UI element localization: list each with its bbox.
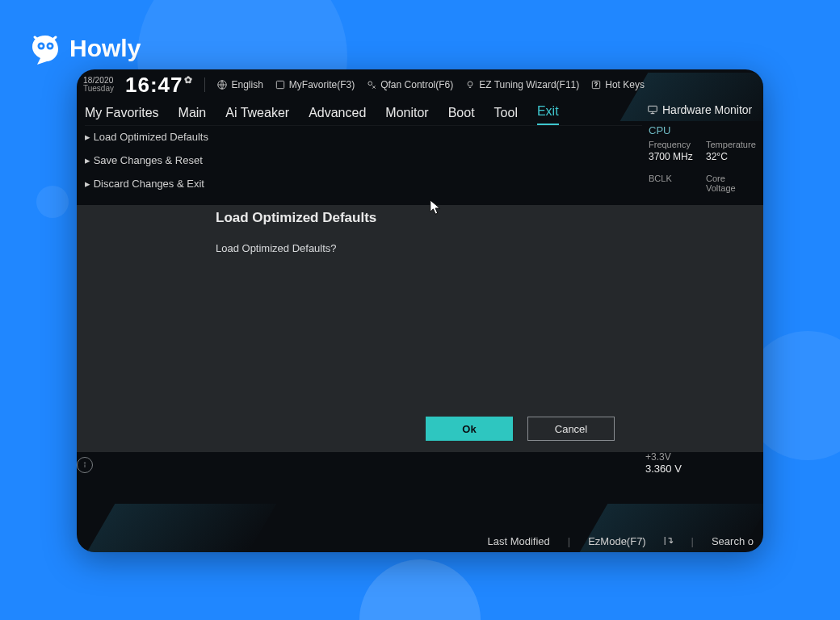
tab-aitweaker[interactable]: Ai Tweaker: [225, 106, 289, 125]
hwmon-bclk-label: BCLK: [649, 174, 699, 193]
eztuning-label: EZ Tuning Wizard(F11): [479, 79, 579, 90]
tab-advanced[interactable]: Advanced: [309, 106, 366, 125]
language-label: English: [231, 79, 262, 90]
footer-lastmod[interactable]: Last Modified: [487, 535, 549, 547]
hwmon-temp-value: 32°C: [706, 151, 757, 162]
separator: [204, 78, 205, 92]
tab-monitor[interactable]: Monitor: [385, 106, 428, 125]
exit-item-load-defaults[interactable]: Load Optimized Defaults: [85, 131, 569, 143]
exit-menu: Load Optimized Defaults Save Changes & R…: [85, 131, 569, 190]
hwmon-temp-label: Temperature: [706, 140, 757, 149]
eztuning-button[interactable]: EZ Tuning Wizard(F11): [464, 79, 579, 90]
svg-point-11: [84, 463, 86, 464]
ok-button[interactable]: Ok: [426, 417, 513, 441]
day-text: Tuesday: [83, 85, 114, 93]
tab-main[interactable]: Main: [178, 106, 207, 125]
main-tabs: My Favorites Main Ai Tweaker Advanced Mo…: [85, 100, 642, 126]
date-block: 18/2020 Tuesday: [83, 77, 114, 93]
hotkeys-label: Hot Keys: [605, 79, 645, 90]
hwmon-title-row: Hardware Monitor: [642, 100, 763, 119]
separator: |: [568, 535, 570, 547]
clock-text: 16:47: [125, 73, 183, 98]
hwmon-freq-value: 3700 MHz: [649, 151, 699, 162]
clock: 16:47 ✿: [125, 73, 194, 98]
brand-logo: Howly: [29, 32, 141, 65]
qfan-label: Qfan Control(F6): [380, 79, 453, 90]
gear-icon[interactable]: ✿: [184, 74, 193, 86]
help-icon: ?: [590, 79, 602, 90]
exit-item-save-reset[interactable]: Save Changes & Reset: [85, 154, 569, 166]
hwmon-freq-label: Frequency: [649, 140, 699, 149]
svg-point-3: [48, 44, 52, 48]
cancel-button[interactable]: Cancel: [527, 417, 615, 441]
hwmon-title: Hardware Monitor: [662, 103, 752, 116]
svg-point-7: [468, 82, 472, 86]
language-button[interactable]: English: [216, 79, 262, 90]
tab-boot[interactable]: Boot: [448, 106, 475, 125]
globe-icon: [216, 79, 228, 90]
separator: |: [691, 535, 694, 547]
hwmon-corev-label: Core Voltage: [706, 174, 757, 193]
svg-text:?: ?: [594, 82, 598, 87]
hwmon-33v-label: +3.3V: [645, 451, 758, 463]
myfavorite-button[interactable]: MyFavorite(F3): [275, 79, 355, 90]
brand-name: Howly: [69, 35, 141, 62]
bg-circle: [36, 186, 69, 218]
svg-rect-10: [649, 106, 657, 111]
info-glyph-icon: [80, 460, 90, 470]
dialog-title: Load Optimized Defaults: [216, 210, 620, 226]
qfan-button[interactable]: Qfan Control(F6): [366, 79, 453, 90]
hardware-monitor: Hardware Monitor CPU Frequency Temperatu…: [642, 100, 763, 195]
svg-point-2: [40, 44, 43, 48]
hwmon-cpu-label: CPU: [642, 119, 763, 138]
exit-item-discard-exit[interactable]: Discard Changes & Exit: [85, 178, 569, 190]
info-icon[interactable]: [77, 457, 93, 473]
footer-search[interactable]: Search o: [712, 535, 754, 547]
top-bar: 18/2020 Tuesday 16:47 ✿ English MyFavori…: [77, 74, 763, 95]
load-defaults-dialog: Load Optimized Defaults Load Optimized D…: [216, 210, 620, 254]
tab-tool[interactable]: Tool: [494, 106, 518, 125]
myfavorite-label: MyFavorite(F3): [289, 79, 355, 90]
dialog-buttons: Ok Cancel: [426, 417, 615, 441]
bg-circle: [359, 559, 481, 620]
bulb-icon: [464, 79, 476, 90]
dialog-message: Load Optimized Defaults?: [216, 242, 620, 254]
svg-rect-5: [276, 81, 284, 88]
hotkeys-button[interactable]: ? Hot Keys: [590, 79, 645, 90]
footer-ezmode-collapse-icon[interactable]: |↴: [664, 535, 674, 547]
footer-bar: Last Modified | EzMode(F7) |↴ | Search o: [77, 535, 763, 547]
hwmon-33v-value: 3.360 V: [645, 463, 758, 475]
tab-exit[interactable]: Exit: [537, 104, 559, 125]
bios-screenshot: 18/2020 Tuesday 16:47 ✿ English MyFavori…: [77, 69, 763, 552]
hwmon-bottom: +3.3V 3.360 V: [645, 451, 758, 475]
monitor-icon: [647, 104, 658, 115]
owl-icon: [29, 32, 61, 65]
footer-ezmode[interactable]: EzMode(F7): [588, 535, 646, 547]
tab-myfavorites[interactable]: My Favorites: [85, 106, 159, 125]
fan-icon: [366, 79, 377, 90]
svg-point-6: [368, 82, 372, 86]
favorite-icon: [275, 79, 286, 90]
